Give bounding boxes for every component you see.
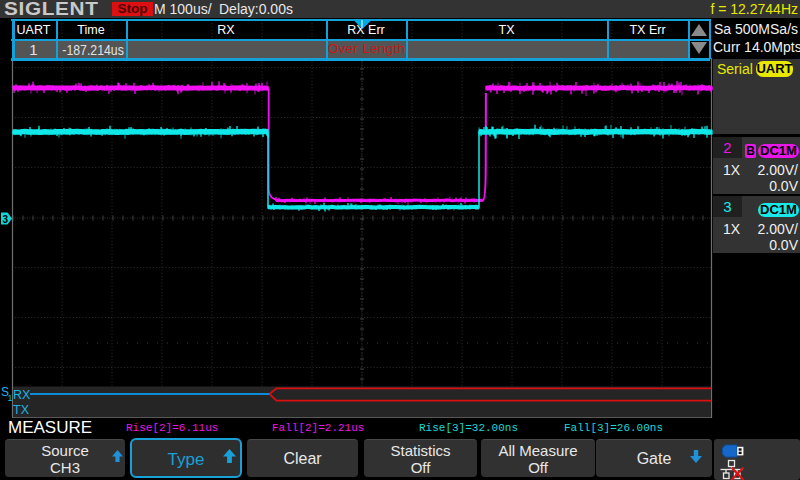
- svg-text:3: 3: [3, 214, 9, 225]
- svg-text:TX: TX: [13, 403, 30, 417]
- svg-text:RX: RX: [13, 388, 31, 402]
- svg-text:1: 1: [8, 393, 13, 403]
